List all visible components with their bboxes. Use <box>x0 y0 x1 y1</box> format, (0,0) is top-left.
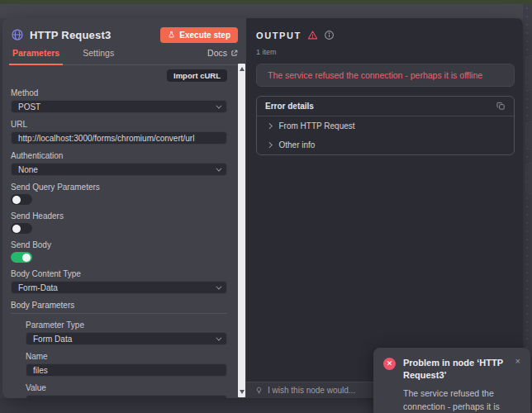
parameter-type-label: Parameter Type <box>26 320 227 330</box>
parameter-type-select[interactable]: Form Data <box>26 332 227 345</box>
section-divider <box>11 313 227 314</box>
send-body-toggle[interactable] <box>11 252 32 263</box>
dim-overlay-band <box>0 4 532 18</box>
toast-message: The service refused the connection - per… <box>403 387 520 413</box>
body-parameters-section-label: Body Parameters <box>11 301 227 310</box>
url-label: URL <box>11 120 227 129</box>
send-body-label: Send Body <box>11 240 227 249</box>
import-curl-button[interactable]: Import cURL <box>167 69 227 82</box>
tab-parameters[interactable]: Parameters <box>11 48 61 64</box>
ghost-panel <box>525 163 532 194</box>
error-toast: ✕ Problem in node ‘HTTP Request3’ × The … <box>373 348 530 413</box>
url-value: http://localhost:3000/forms/chromium/con… <box>18 134 194 143</box>
body-parameters-group: Parameter Type Form Data Name files Valu… <box>26 320 227 398</box>
feedback-placeholder: I wish this node would... <box>268 386 355 395</box>
name-input[interactable]: files <box>26 363 227 377</box>
authentication-select[interactable]: None <box>11 163 227 176</box>
scroll-down-arrow-icon[interactable] <box>240 390 245 394</box>
error-row-label: Other info <box>279 140 316 150</box>
method-value: POST <box>18 102 40 112</box>
name-value: files <box>33 366 48 375</box>
scroll-up-arrow-icon[interactable] <box>240 67 245 71</box>
toggle-knob <box>22 254 31 262</box>
ghost-panel <box>525 55 532 90</box>
authentication-value: None <box>18 165 38 174</box>
name-label: Name <box>26 352 227 361</box>
body-content-type-select[interactable]: Form-Data <box>11 281 227 294</box>
docs-link[interactable]: Docs <box>207 48 238 64</box>
authentication-label: Authentication <box>11 151 227 160</box>
info-circle-icon[interactable] <box>324 30 335 40</box>
parameters-form: Import cURL Method POST URL http://local… <box>2 66 235 398</box>
value-input[interactable] <box>26 395 227 398</box>
error-details-title: Error details <box>265 102 496 111</box>
toggle-knob <box>12 196 21 204</box>
chevron-right-icon <box>267 123 272 128</box>
error-details-row-other-info[interactable]: Other info <box>257 135 514 154</box>
output-pane: OUTPUT 1 item The service refused the co… <box>246 18 523 398</box>
send-query-parameters-label: Send Query Parameters <box>11 183 227 192</box>
send-query-parameters-toggle[interactable] <box>11 194 32 205</box>
value-label: Value <box>26 383 227 392</box>
error-details-row-from-http-request[interactable]: From HTTP Request <box>257 116 514 135</box>
send-headers-label: Send Headers <box>11 211 227 221</box>
body-content-type-value: Form-Data <box>18 283 58 292</box>
warning-triangle-icon <box>307 30 318 40</box>
error-banner: The service refused the connection - per… <box>256 64 515 87</box>
output-items-count: 1 item <box>246 40 523 56</box>
chevron-down-icon <box>216 283 221 289</box>
url-input[interactable]: http://localhost:3000/forms/chromium/con… <box>11 131 227 145</box>
toast-close-icon[interactable]: × <box>515 357 520 366</box>
execute-step-label: Execute step <box>179 31 230 40</box>
body-parameters-section: Body Parameters <box>11 301 227 314</box>
parameter-type-value: Form Data <box>33 335 72 344</box>
http-request-node-icon <box>11 28 24 41</box>
method-select[interactable]: POST <box>11 100 227 113</box>
external-link-icon <box>230 50 238 57</box>
tab-settings[interactable]: Settings <box>81 48 116 64</box>
node-title: HTTP Request3 <box>30 29 160 41</box>
lightbulb-icon <box>255 386 263 395</box>
chevron-down-icon <box>216 165 221 171</box>
execute-step-button[interactable]: Execute step <box>160 27 238 43</box>
error-banner-text: The service refused the connection - per… <box>268 70 482 80</box>
send-headers-toggle[interactable] <box>11 223 32 234</box>
toggle-knob <box>12 225 21 233</box>
chevron-right-icon <box>267 142 272 147</box>
error-details-card: Error details From HTTP Request Other in… <box>256 96 515 155</box>
body-content-type-label: Body Content Type <box>11 269 227 278</box>
flask-icon <box>168 31 175 39</box>
node-header: HTTP Request3 Execute step Parameters Se… <box>2 18 246 65</box>
tab-bar: Parameters Settings Docs <box>11 44 238 65</box>
chevron-down-icon <box>216 102 221 108</box>
error-circle-icon: ✕ <box>383 358 396 370</box>
node-detail-view: HTTP Request3 Execute step Parameters Se… <box>2 18 523 398</box>
parameters-pane: HTTP Request3 Execute step Parameters Se… <box>2 18 246 398</box>
output-title: OUTPUT <box>256 31 302 40</box>
method-label: Method <box>11 88 227 97</box>
parameters-scrollbar[interactable] <box>238 64 245 397</box>
docs-label: Docs <box>207 48 227 58</box>
copy-icon[interactable] <box>496 102 506 111</box>
toast-title: Problem in node ‘HTTP Request3’ <box>403 357 509 382</box>
ghost-panel <box>525 121 532 150</box>
chevron-down-icon <box>216 335 221 340</box>
error-row-label: From HTTP Request <box>279 121 355 131</box>
